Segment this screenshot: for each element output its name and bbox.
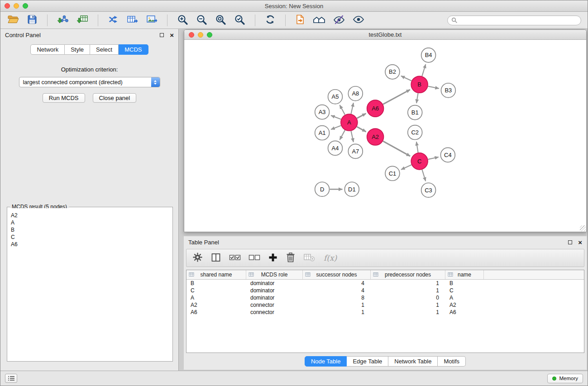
zoom-fit-button[interactable] (215, 14, 227, 27)
graph-node-D1[interactable]: D1 (344, 182, 359, 196)
optimization-select[interactable]: largest connected component (directed) (19, 77, 160, 87)
close-control-panel-button[interactable]: × (170, 32, 174, 38)
column-header-successor-nodes[interactable]: successor nodes (303, 270, 371, 279)
memory-button[interactable]: Memory (547, 374, 583, 383)
graph-node-A[interactable]: A (341, 114, 358, 131)
mcds-result-item[interactable]: A6 (11, 241, 169, 248)
export-image-button[interactable] (145, 14, 158, 27)
import-network-button[interactable] (57, 14, 69, 27)
tab-node-table[interactable]: Node Table (305, 356, 347, 367)
graph-edge-A-A3[interactable] (331, 115, 341, 119)
graph-edge-A-A1[interactable] (331, 126, 341, 129)
zoom-out-button[interactable] (196, 14, 208, 27)
zoom-window-button[interactable] (23, 3, 28, 9)
add-column-button[interactable] (268, 253, 278, 264)
deselect-all-columns-button[interactable] (249, 253, 260, 263)
new-network-button[interactable] (107, 14, 119, 27)
table-row[interactable]: Cdominator41C (186, 287, 584, 294)
table-row[interactable]: Adominator80A (186, 294, 584, 301)
column-header-shared-name[interactable]: shared name (186, 270, 246, 279)
delete-column-button[interactable] (286, 252, 296, 264)
graph-node-B2[interactable]: B2 (385, 65, 400, 79)
mcds-result-item[interactable]: A2 (11, 212, 169, 219)
minimize-window-button[interactable] (14, 3, 19, 9)
table-options-button[interactable] (192, 252, 203, 264)
zoom-selected-button[interactable] (234, 14, 246, 27)
graph-node-A2[interactable]: A2 (367, 129, 384, 145)
graph-edge-B-B1[interactable] (416, 93, 418, 103)
zoom-in-button[interactable] (177, 14, 189, 27)
graph-edge-A-A4[interactable] (339, 130, 345, 140)
tab-network[interactable]: Network (30, 44, 65, 55)
tab-motifs[interactable]: Motifs (438, 356, 466, 367)
float-control-panel-button[interactable] (160, 33, 164, 37)
graph-node-D[interactable]: D (315, 182, 330, 196)
apply-layout-button[interactable] (264, 14, 276, 27)
tab-style[interactable]: Style (65, 44, 90, 55)
graph-edge-A-A8[interactable] (351, 103, 354, 114)
table-row[interactable]: A2connector11A2 (186, 301, 584, 309)
graph-edge-C-C3[interactable] (422, 170, 425, 181)
graph-node-C4[interactable]: C4 (440, 148, 455, 162)
graph-edge-A-A2[interactable] (357, 127, 366, 132)
close-window-button[interactable] (5, 3, 10, 9)
graph-edge-A-A6[interactable] (357, 114, 366, 119)
tab-edge-table[interactable]: Edge Table (347, 356, 388, 367)
graph-edge-B-B2[interactable] (401, 76, 411, 81)
graph-node-B[interactable]: B (411, 76, 428, 93)
graph-node-A5[interactable]: A5 (328, 90, 343, 104)
graph-node-A7[interactable]: A7 (348, 144, 363, 158)
network-canvas[interactable]: B4B2BB3A8A5A6A3B1AC2A1A2A4A7C4CC1C3DD1 (185, 40, 586, 231)
select-all-columns-button[interactable] (229, 253, 241, 263)
graph-edge-B-B4[interactable] (422, 64, 425, 76)
graph-edge-A-A7[interactable] (351, 131, 354, 142)
table-row[interactable]: A6connector11A6 (186, 309, 584, 316)
show-navigator-button[interactable] (312, 14, 326, 27)
search-input[interactable] (459, 17, 577, 24)
column-header-mcds-role[interactable]: MCDS role (246, 270, 303, 279)
column-header-name[interactable]: name (445, 270, 484, 279)
graph-edge-C-C4[interactable] (428, 157, 439, 159)
tab-select[interactable]: Select (90, 44, 119, 55)
open-file-button[interactable] (7, 14, 19, 27)
graph-edge-C-C1[interactable] (401, 165, 411, 169)
graph-node-C1[interactable]: C1 (385, 166, 400, 181)
delete-table-button[interactable] (303, 253, 315, 264)
show-hide-button[interactable] (352, 14, 365, 27)
minimize-network-window-button[interactable] (198, 32, 203, 38)
graph-node-A8[interactable]: A8 (348, 86, 363, 101)
graph-node-B4[interactable]: B4 (421, 48, 436, 62)
resize-grip-icon[interactable] (580, 225, 586, 231)
column-header-predecessor-nodes[interactable]: predecessor nodes (371, 270, 445, 279)
graph-node-B1[interactable]: B1 (408, 105, 422, 120)
graphics-details-button[interactable] (333, 14, 345, 27)
float-table-panel-button[interactable] (568, 240, 572, 244)
tab-network-table[interactable]: Network Table (388, 356, 438, 367)
zoom-network-window-button[interactable] (207, 32, 212, 38)
graph-node-A3[interactable]: A3 (315, 105, 330, 119)
graph-node-C[interactable]: C (411, 153, 428, 170)
mcds-result-item[interactable]: B (11, 226, 169, 234)
graph-edge-A2-C[interactable] (383, 141, 410, 156)
close-network-window-button[interactable] (189, 32, 194, 38)
mcds-result-item[interactable]: C (11, 234, 169, 241)
mcds-result-list[interactable]: A2ABCA6 (8, 208, 172, 360)
task-history-button[interactable] (5, 374, 17, 383)
graph-node-C2[interactable]: C2 (408, 125, 422, 140)
graph-edge-B-B3[interactable] (428, 86, 439, 89)
search-field[interactable] (447, 15, 581, 25)
graph-edge-A6-B[interactable] (383, 90, 410, 104)
function-builder-button[interactable]: f(x) (324, 253, 337, 262)
run-mcds-button[interactable]: Run MCDS (43, 93, 85, 103)
close-table-panel-button[interactable]: × (578, 239, 582, 246)
import-table-button[interactable] (76, 14, 89, 27)
graph-node-A6[interactable]: A6 (367, 100, 384, 117)
network-graph[interactable]: B4B2BB3A8A5A6A3B1AC2A1A2A4A7C4CC1C3DD1 (185, 40, 586, 231)
graph-node-A4[interactable]: A4 (328, 141, 343, 155)
tab-mcds[interactable]: MCDS (119, 44, 148, 55)
first-neighbors-button[interactable] (295, 14, 306, 27)
save-session-button[interactable] (26, 14, 38, 27)
graph-node-C3[interactable]: C3 (421, 183, 436, 197)
column-browser-button[interactable] (210, 252, 221, 264)
graph-node-A1[interactable]: A1 (315, 126, 330, 140)
